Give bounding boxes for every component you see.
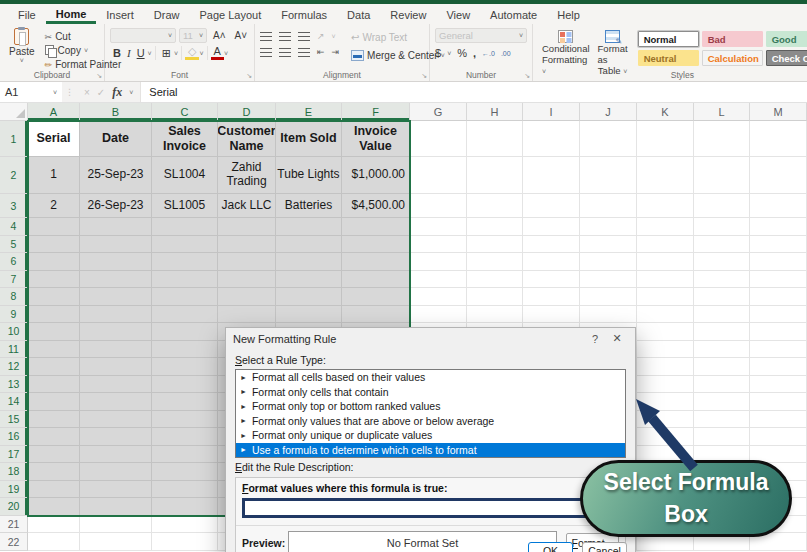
dialog-formula-input[interactable]: ↑ — [242, 498, 619, 518]
cell-B2[interactable]: 25-Sep-23 — [80, 157, 152, 194]
cell-K6[interactable] — [637, 253, 694, 271]
cell-L14[interactable] — [694, 393, 750, 411]
select-all-corner[interactable] — [0, 103, 28, 121]
cell-A15[interactable] — [28, 411, 80, 429]
cell-H9[interactable] — [467, 306, 523, 324]
cell-C12[interactable] — [152, 358, 218, 376]
cell-K1[interactable] — [637, 121, 694, 157]
align-center-icon[interactable] — [279, 48, 291, 57]
cell-E2[interactable]: Tube Lights — [276, 157, 342, 194]
cell-G2[interactable] — [410, 157, 467, 194]
cell-B8[interactable] — [80, 288, 152, 306]
cell-B16[interactable] — [80, 428, 152, 446]
cell-H5[interactable] — [467, 236, 523, 254]
column-header-M[interactable]: M — [750, 103, 807, 121]
cell-K12[interactable] — [637, 358, 694, 376]
clipboard-launcher-icon[interactable]: ↘ — [96, 72, 102, 80]
row-header-4[interactable]: 4 — [0, 218, 28, 236]
cell-L15[interactable] — [694, 411, 750, 429]
cell-D3[interactable]: Jack LLC — [218, 194, 276, 218]
cell-C15[interactable] — [152, 411, 218, 429]
cell-M13[interactable] — [750, 376, 807, 394]
row-header-1[interactable]: 1 — [0, 121, 28, 157]
cell-D8[interactable] — [218, 288, 276, 306]
borders-icon[interactable]: ⊞ — [159, 47, 174, 60]
cell-B4[interactable] — [80, 218, 152, 236]
cell-L9[interactable] — [694, 306, 750, 324]
cancel-entry-icon[interactable]: × — [84, 87, 90, 98]
ok-button[interactable]: OK — [528, 542, 573, 552]
cell-D2[interactable]: Zahid Trading — [218, 157, 276, 194]
tab-file[interactable]: File — [8, 4, 46, 24]
cell-J4[interactable] — [580, 218, 637, 236]
style-chip-normal[interactable]: Normal — [638, 31, 699, 47]
align-right-icon[interactable] — [298, 48, 310, 57]
cell-D9[interactable] — [218, 306, 276, 324]
rule-type-item-3[interactable]: ►Format only values that are above or be… — [236, 414, 625, 429]
cell-G5[interactable] — [410, 236, 467, 254]
column-header-C[interactable]: C — [152, 103, 218, 121]
font-size-select[interactable]: 11˅ — [179, 28, 207, 43]
cell-B10[interactable] — [80, 323, 152, 341]
cell-A18[interactable] — [28, 463, 80, 481]
row-header-9[interactable]: 9 — [0, 306, 28, 324]
cell-K10[interactable] — [637, 323, 694, 341]
column-header-E[interactable]: E — [276, 103, 342, 121]
row-header-16[interactable]: 16 — [0, 428, 28, 446]
cell-A19[interactable] — [28, 481, 80, 499]
row-header-17[interactable]: 17 — [0, 446, 28, 464]
cell-J6[interactable] — [580, 253, 637, 271]
cell-E6[interactable] — [276, 253, 342, 271]
cell-K16[interactable] — [637, 428, 694, 446]
column-header-B[interactable]: B — [80, 103, 152, 121]
cell-B20[interactable] — [80, 498, 152, 516]
row-header-7[interactable]: 7 — [0, 271, 28, 289]
cell-I5[interactable] — [523, 236, 580, 254]
cell-F7[interactable] — [342, 271, 410, 289]
cell-J5[interactable] — [580, 236, 637, 254]
cell-C19[interactable] — [152, 481, 218, 499]
underline-caret-icon[interactable]: ˅ — [148, 50, 152, 57]
cell-A8[interactable] — [28, 288, 80, 306]
cell-C4[interactable] — [152, 218, 218, 236]
row-header-5[interactable]: 5 — [0, 236, 28, 254]
increase-indent-icon[interactable]: ⇥ — [332, 47, 340, 57]
tab-page-layout[interactable]: Page Layout — [189, 4, 271, 24]
number-launcher-icon[interactable]: ↘ — [524, 72, 530, 80]
row-header-3[interactable]: 3 — [0, 194, 28, 218]
cell-A12[interactable] — [28, 358, 80, 376]
cell-C16[interactable] — [152, 428, 218, 446]
font-launcher-icon[interactable]: ↘ — [246, 72, 252, 80]
cell-M5[interactable] — [750, 236, 807, 254]
cell-I2[interactable] — [523, 157, 580, 194]
cell-L13[interactable] — [694, 376, 750, 394]
cell-A3[interactable]: 2 — [28, 194, 80, 218]
dialog-titlebar[interactable]: New Formatting Rule ? ✕ — [226, 328, 635, 349]
cell-L3[interactable] — [694, 194, 750, 218]
align-middle-icon[interactable] — [279, 32, 291, 41]
cell-I6[interactable] — [523, 253, 580, 271]
cell-F2[interactable]: $1,000.00 — [342, 157, 410, 194]
cell-G3[interactable] — [410, 194, 467, 218]
style-chip-check-cell[interactable]: Check Cell — [766, 50, 807, 66]
tab-draw[interactable]: Draw — [144, 4, 190, 24]
cell-M12[interactable] — [750, 358, 807, 376]
cell-K9[interactable] — [637, 306, 694, 324]
cell-M9[interactable] — [750, 306, 807, 324]
cell-I4[interactable] — [523, 218, 580, 236]
cell-C17[interactable] — [152, 446, 218, 464]
tab-insert[interactable]: Insert — [96, 4, 144, 24]
cell-K8[interactable] — [637, 288, 694, 306]
cell-A9[interactable] — [28, 306, 80, 324]
cell-A17[interactable] — [28, 446, 80, 464]
cell-A14[interactable] — [28, 393, 80, 411]
tab-view[interactable]: View — [436, 4, 480, 24]
cell-L16[interactable] — [694, 428, 750, 446]
cell-A11[interactable] — [28, 341, 80, 359]
cell-F3[interactable]: $4,500.00 — [342, 194, 410, 218]
cell-A2[interactable]: 1 — [28, 157, 80, 194]
cell-K14[interactable] — [637, 393, 694, 411]
rule-type-item-4[interactable]: ►Format only unique or duplicate values — [236, 428, 625, 443]
rule-type-item-2[interactable]: ►Format only top or bottom ranked values — [236, 399, 625, 414]
rule-type-item-5[interactable]: ►Use a formula to determine which cells … — [236, 443, 625, 458]
